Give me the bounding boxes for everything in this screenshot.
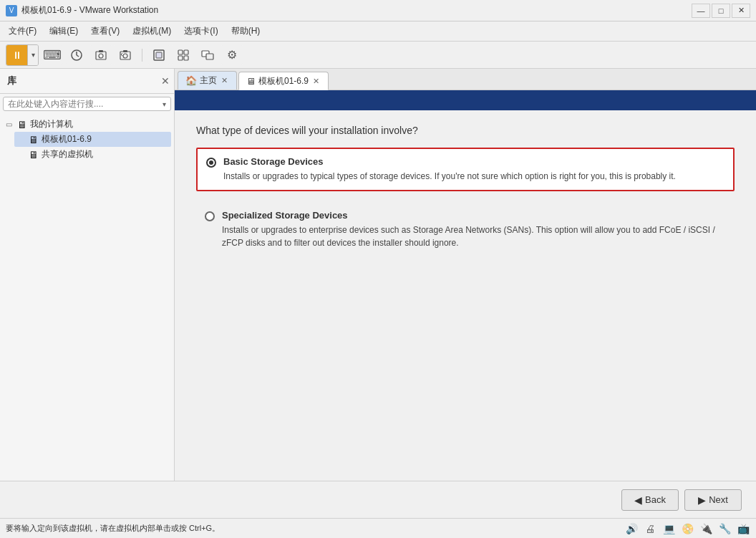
tree-children: 🖥 模板机01-6.9 🖥 共享的虚拟机 (3, 132, 171, 162)
svg-line-2 (77, 55, 79, 57)
specialized-storage-radio[interactable] (205, 211, 215, 221)
sidebar-item-template-machine[interactable]: 🖥 模板机01-6.9 (14, 132, 171, 147)
computer-icon: 🖥 (17, 119, 27, 130)
tree-root[interactable]: ▭ 🖥 我的计算机 (3, 117, 171, 132)
usb-status-icon[interactable]: 🔌 (699, 522, 713, 536)
tab-vm-label: 模板机01-6.9 (258, 75, 309, 87)
content-area: What type of devices will your installat… (175, 90, 756, 481)
unity-button[interactable] (173, 45, 194, 65)
next-button[interactable]: ▶ Next (684, 489, 742, 511)
app-icon: V (6, 5, 17, 16)
back-label: Back (645, 494, 666, 505)
computer-status-icon[interactable]: 💻 (662, 522, 676, 536)
sidebar-header: 库 ✕ (0, 69, 174, 94)
vm-screen-bar (175, 90, 756, 110)
tab-bar: 🏠 主页 ✕ 🖥 模板机01-6.9 ✕ (175, 69, 756, 90)
tab-vm-close[interactable]: ✕ (311, 77, 321, 86)
back-icon: ◀ (634, 494, 642, 506)
home-tab-icon: 🏠 (185, 75, 197, 86)
svg-rect-10 (156, 52, 162, 58)
status-icons: 🔊 🖨 💻 📀 🔌 🔧 📺 (624, 522, 750, 536)
maximize-button[interactable]: □ (712, 4, 730, 18)
window-controls: — □ ✕ (692, 4, 750, 18)
sidebar-title: 库 (3, 72, 21, 90)
svg-point-4 (99, 54, 103, 58)
close-button[interactable]: ✕ (732, 4, 750, 18)
content-inner: What type of devices will your installat… (175, 90, 756, 481)
search-box: ▾ (3, 97, 171, 111)
title-bar: V 模板机01-6.9 - VMware Workstation — □ ✕ (0, 0, 756, 21)
sidebar-item-shared-vms[interactable]: 🖥 共享的虚拟机 (14, 147, 171, 162)
snapshot-history-button[interactable] (66, 45, 87, 65)
display-status-icon[interactable]: 📺 (736, 522, 750, 536)
menu-help[interactable]: 帮助(H) (226, 23, 266, 39)
settings-button[interactable]: ⚙ (221, 45, 243, 65)
tree-area: ▭ 🖥 我的计算机 🖥 模板机01-6.9 🖥 共享的虚拟机 (0, 114, 174, 481)
toolbar: ⏸ ▾ ⌨ (0, 42, 756, 69)
install-question: What type of devices will your installat… (196, 125, 735, 136)
pause-group: ⏸ ▾ (6, 44, 39, 66)
menu-bar: 文件(F) 编辑(E) 查看(V) 虚拟机(M) 选项卡(I) 帮助(H) (0, 21, 756, 42)
window-title: 模板机01-6.9 - VMware Workstation (21, 4, 692, 16)
tree-shared-label: 共享的虚拟机 (42, 148, 93, 160)
basic-storage-radio[interactable] (206, 158, 216, 168)
menu-tabs[interactable]: 选项卡(I) (178, 23, 223, 39)
svg-point-7 (123, 54, 127, 58)
menu-file[interactable]: 文件(F) (3, 23, 42, 39)
svg-rect-8 (123, 50, 127, 52)
install-content: What type of devices will your installat… (175, 110, 756, 481)
audio-status-icon[interactable]: 🔊 (624, 522, 639, 536)
sidebar: 库 ✕ ▾ ▭ 🖥 我的计算机 🖥 模板机01-6.9 🖥 (0, 69, 175, 481)
menu-view[interactable]: 查看(V) (85, 23, 125, 39)
basic-storage-title: Basic Storage Devices (223, 156, 724, 167)
tree-vm-label: 模板机01-6.9 (42, 133, 92, 145)
svg-rect-5 (99, 50, 103, 52)
menu-edit[interactable]: 编辑(E) (44, 23, 84, 39)
search-input[interactable] (8, 99, 163, 109)
specialized-storage-text: Specialized Storage Devices Installs or … (222, 210, 726, 249)
printer-status-icon[interactable]: 🖨 (643, 522, 657, 536)
next-icon: ▶ (698, 494, 706, 506)
tree-expand-icon: ▭ (6, 120, 14, 128)
shared-vm-icon: 🖥 (29, 149, 39, 160)
vm-icon: 🖥 (29, 134, 39, 145)
tabs-and-content: 🏠 主页 ✕ 🖥 模板机01-6.9 ✕ What type of device… (175, 69, 756, 481)
revert-snapshot-button[interactable] (115, 45, 136, 65)
svg-rect-13 (178, 56, 183, 60)
basic-storage-text: Basic Storage Devices Installs or upgrad… (223, 156, 724, 183)
basic-storage-option-box: Basic Storage Devices Installs or upgrad… (196, 148, 735, 191)
svg-rect-12 (184, 50, 188, 54)
specialized-storage-desc: Installs or upgrades to enterprise devic… (222, 224, 726, 249)
switch-windows-button[interactable] (197, 45, 218, 65)
specialized-storage-title: Specialized Storage Devices (222, 210, 726, 221)
specialized-storage-option-box: Specialized Storage Devices Installs or … (196, 203, 735, 256)
svg-rect-16 (206, 54, 213, 59)
cd-status-icon[interactable]: 📀 (680, 522, 694, 536)
next-label: Next (709, 494, 728, 505)
fullscreen-button[interactable] (148, 45, 170, 65)
tools-status-icon[interactable]: 🔧 (717, 522, 732, 536)
menu-vm[interactable]: 虚拟机(M) (127, 23, 177, 39)
pause-dropdown[interactable]: ▾ (28, 45, 38, 65)
main-layout: 库 ✕ ▾ ▭ 🖥 我的计算机 🖥 模板机01-6.9 🖥 (0, 69, 756, 481)
bottom-navigation: ◀ Back ▶ Next (0, 481, 756, 518)
back-button[interactable]: ◀ Back (621, 489, 679, 511)
svg-rect-11 (178, 50, 183, 54)
take-snapshot-button[interactable] (90, 45, 112, 65)
search-dropdown-icon[interactable]: ▾ (163, 100, 166, 108)
tab-home-label: 主页 (200, 75, 217, 87)
sidebar-close-button[interactable]: ✕ (160, 75, 171, 87)
tab-home-close[interactable]: ✕ (220, 76, 229, 85)
send-ctrl-alt-del-button[interactable]: ⌨ (42, 45, 63, 65)
vm-tab-icon: 🖥 (246, 76, 256, 87)
status-bar: 要将输入定向到该虚拟机，请在虚拟机内部单击或按 Ctrl+G。 🔊 🖨 💻 📀 … (0, 518, 756, 538)
pause-button[interactable]: ⏸ (6, 45, 28, 65)
svg-rect-14 (184, 56, 188, 60)
minimize-button[interactable]: — (692, 4, 710, 18)
tab-home[interactable]: 🏠 主页 ✕ (178, 71, 237, 90)
tree-root-label: 我的计算机 (30, 118, 73, 130)
basic-storage-desc: Installs or upgrades to typical types of… (223, 170, 724, 183)
status-text: 要将输入定向到该虚拟机，请在虚拟机内部单击或按 Ctrl+G。 (6, 523, 220, 534)
tab-vm[interactable]: 🖥 模板机01-6.9 ✕ (238, 72, 329, 90)
